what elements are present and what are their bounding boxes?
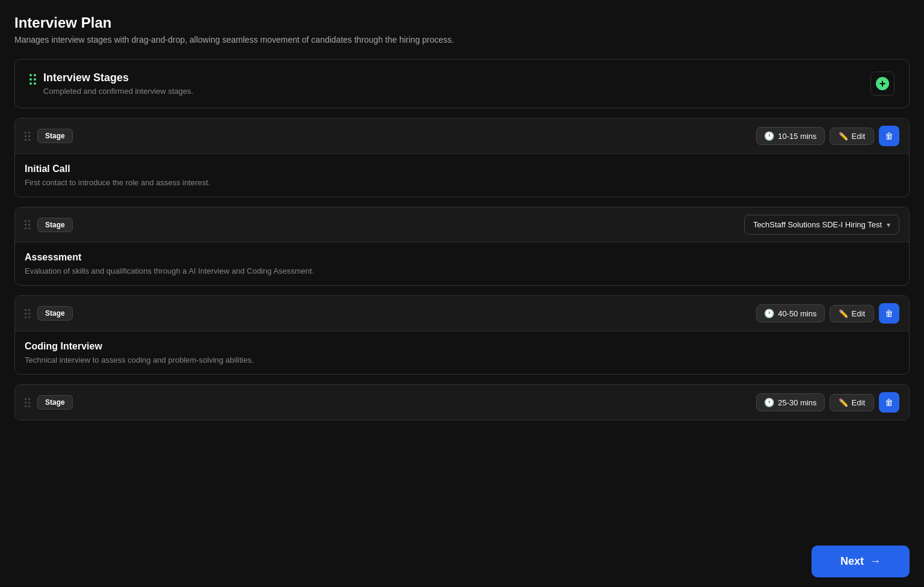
time-badge: 🕐25-30 mins	[756, 393, 824, 411]
trash-icon: 🗑	[885, 398, 893, 407]
panel-text: Interview Stages Completed and confirmed…	[43, 72, 193, 96]
stage-badge: Stage	[37, 395, 73, 410]
pencil-icon: ✏️	[839, 132, 848, 141]
stage-body: Initial CallFirst contact to introduce t…	[15, 154, 909, 197]
stage-header-1: Stage🕐10-15 mins✏️Edit🗑	[15, 118, 909, 153]
next-button[interactable]: Next →	[812, 546, 910, 577]
stage-card-1: Stage🕐10-15 mins✏️Edit🗑Initial CallFirst…	[14, 118, 910, 197]
trash-icon: 🗑	[885, 131, 893, 141]
stage-header-2: StageTechStaff Solutions SDE-I Hiring Te…	[15, 207, 909, 242]
page-title: Interview Plan	[14, 14, 910, 31]
stage-body: Coding InterviewTechnical interview to a…	[15, 331, 909, 374]
drag-handle-icon	[25, 309, 30, 318]
stage-actions: 🕐10-15 mins✏️Edit🗑	[756, 126, 899, 146]
time-label: 25-30 mins	[778, 398, 816, 407]
stage-description: Evaluation of skills and qualifications …	[25, 266, 899, 275]
stage-card-2: StageTechStaff Solutions SDE-I Hiring Te…	[14, 207, 910, 286]
time-badge: 🕐40-50 mins	[756, 304, 824, 322]
stage-actions: TechStaff Solutions SDE-I Hiring Test▾	[744, 215, 899, 235]
edit-label: Edit	[852, 398, 865, 407]
stage-badge: Stage	[37, 129, 73, 143]
edit-label: Edit	[852, 132, 865, 141]
stages-container: Stage🕐10-15 mins✏️Edit🗑Initial CallFirst…	[14, 118, 910, 420]
delete-button[interactable]: 🗑	[879, 303, 899, 324]
stage-actions: 🕐25-30 mins✏️Edit🗑	[756, 392, 899, 413]
panel-title: Interview Stages	[43, 72, 193, 84]
clock-icon: 🕐	[764, 398, 774, 407]
panel-header-left: Interview Stages Completed and confirmed…	[29, 72, 193, 96]
time-label: 40-50 mins	[778, 309, 816, 318]
stage-dropdown[interactable]: TechStaff Solutions SDE-I Hiring Test▾	[744, 215, 899, 235]
clock-icon: 🕐	[764, 131, 774, 141]
drag-handle-icon	[25, 398, 30, 407]
stage-actions: 🕐40-50 mins✏️Edit🗑	[756, 303, 899, 324]
edit-label: Edit	[852, 309, 865, 318]
arrow-icon: →	[870, 555, 881, 568]
stage-description: Technical interview to assess coding and…	[25, 355, 899, 364]
clock-icon: 🕐	[764, 309, 774, 318]
delete-button[interactable]: 🗑	[879, 392, 899, 413]
stage-body: AssessmentEvaluation of skills and quali…	[15, 242, 909, 285]
edit-button[interactable]: ✏️Edit	[830, 305, 874, 322]
stage-badge: Stage	[37, 306, 73, 321]
stage-header-3: Stage🕐40-50 mins✏️Edit🗑	[15, 296, 909, 331]
drag-handle-icon	[25, 132, 30, 141]
chevron-down-icon: ▾	[887, 221, 890, 229]
edit-button[interactable]: ✏️Edit	[830, 128, 874, 145]
delete-button[interactable]: 🗑	[879, 126, 899, 146]
pencil-icon: ✏️	[839, 309, 848, 318]
drag-icon	[29, 74, 36, 85]
pencil-icon: ✏️	[839, 398, 848, 407]
drag-handle-icon	[25, 220, 30, 229]
trash-icon: 🗑	[885, 309, 893, 318]
stage-name: Coding Interview	[25, 341, 899, 352]
stage-card-4: Stage🕐25-30 mins✏️Edit🗑	[14, 384, 910, 420]
stage-description: First contact to introduce the role and …	[25, 178, 899, 187]
add-stage-button[interactable]: +	[870, 72, 895, 96]
panel-subtitle: Completed and confirmed interview stages…	[43, 87, 193, 96]
page-header: Interview Plan Manages interview stages …	[14, 14, 910, 45]
edit-button[interactable]: ✏️Edit	[830, 394, 874, 411]
stage-card-3: Stage🕐40-50 mins✏️Edit🗑Coding InterviewT…	[14, 295, 910, 375]
stage-badge: Stage	[37, 218, 73, 232]
plus-icon: +	[876, 77, 889, 90]
bottom-bar: Next →	[0, 536, 924, 587]
stage-name: Assessment	[25, 252, 899, 263]
interview-stages-panel: Interview Stages Completed and confirmed…	[14, 59, 910, 108]
stage-name: Initial Call	[25, 164, 899, 174]
time-badge: 🕐10-15 mins	[756, 127, 824, 145]
stage-header-4: Stage🕐25-30 mins✏️Edit🗑	[15, 385, 909, 420]
time-label: 10-15 mins	[778, 132, 816, 141]
next-button-label: Next	[840, 555, 864, 568]
page-subtitle: Manages interview stages with drag-and-d…	[14, 35, 910, 45]
dropdown-label: TechStaff Solutions SDE-I Hiring Test	[753, 220, 882, 229]
